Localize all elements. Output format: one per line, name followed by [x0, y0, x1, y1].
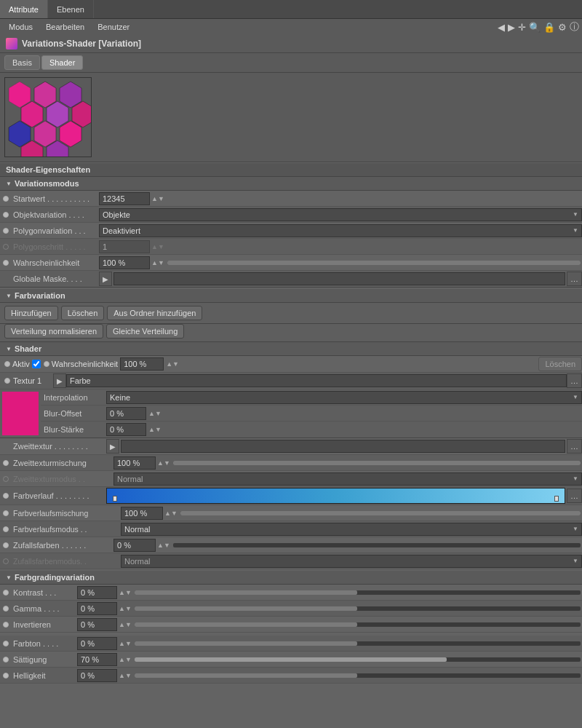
polygonschritt-spinner[interactable]: ▲▼ — [151, 243, 164, 250]
info-icon[interactable]: ⓘ — [570, 20, 579, 33]
slider-helligkeit[interactable] — [135, 673, 581, 678]
radio-farbverlaufsmodus[interactable] — [0, 526, 12, 532]
zufallsfarben-spinner[interactable]: ▲▼ — [157, 542, 170, 549]
zweittextur-arrow-btn[interactable]: ▶ — [106, 439, 119, 454]
dropdown-zufallsfarbenmodus[interactable]: Normal ▼ — [121, 555, 582, 568]
slider-wahrscheinlichkeit[interactable] — [167, 261, 581, 265]
dropdown-interpolation[interactable]: Keine ▼ — [106, 391, 582, 404]
farbverlaufsmischung-spinner[interactable]: ▲▼ — [164, 510, 178, 517]
wahrscheinlichkeit-spinner[interactable]: ▲▼ — [151, 259, 164, 266]
tab-attribute[interactable]: Attribute — [0, 0, 48, 18]
slider-zweittexturmischung[interactable] — [173, 461, 581, 465]
input-saettigung[interactable] — [77, 653, 117, 666]
zweittexturmischung-spinner[interactable]: ▲▼ — [157, 459, 170, 467]
dropdown-objektvariation[interactable]: Objekte ▼ — [99, 208, 582, 221]
globalemaske-dots-btn[interactable]: … — [567, 272, 582, 286]
slider-invertieren[interactable] — [135, 622, 581, 627]
menu-benutzer[interactable]: Benutzer — [92, 21, 135, 33]
startwert-spinner[interactable]: ▲▼ — [151, 195, 164, 202]
input-blur-offset[interactable] — [106, 407, 146, 420]
input-wahrscheinlichkeit[interactable] — [99, 256, 150, 269]
spinner-wahrsch2[interactable]: ▲▼ — [166, 360, 179, 368]
input-polygonschritt[interactable] — [99, 240, 150, 253]
tab-basis[interactable]: Basis — [4, 55, 40, 70]
radio-zufallsfarben[interactable] — [0, 542, 12, 548]
group-farbgradingvariation[interactable]: ▼ Farbgradingvariation — [0, 571, 582, 585]
input-zweittexturmischung[interactable] — [113, 456, 156, 470]
dropdown-farbverlaufsmodus[interactable]: Normal ▼ — [121, 523, 582, 536]
input-blur-staerke[interactable] — [106, 423, 146, 436]
radio-zweittexturmodus[interactable] — [0, 476, 12, 482]
slider-saettigung[interactable] — [135, 657, 581, 662]
lock-icon[interactable]: 🔒 — [543, 22, 555, 33]
checkbox-aktiv[interactable] — [32, 360, 41, 368]
btn-gleiche-verteilung[interactable]: Gleiche Verteilung — [106, 324, 184, 339]
gradient-marker-right[interactable] — [554, 496, 559, 502]
radio-aktiv[interactable] — [4, 361, 10, 367]
saettigung-spinner[interactable]: ▲▼ — [119, 656, 132, 663]
slider-farbverlaufsmischung[interactable] — [180, 511, 581, 515]
zweittextur-field[interactable] — [121, 440, 565, 453]
radio-objektvariation[interactable] — [0, 212, 12, 218]
radio-wahrscheinlichkeit[interactable] — [0, 260, 12, 266]
farbverlauf-dots-btn[interactable]: … — [567, 488, 582, 503]
slider-farbton[interactable] — [135, 641, 581, 646]
slider-kontrast[interactable] — [135, 590, 581, 595]
menu-modus[interactable]: Modus — [3, 21, 39, 33]
input-startwert[interactable] — [99, 192, 150, 205]
globalemaske-field[interactable] — [113, 272, 565, 285]
gear-icon[interactable]: ⚙ — [558, 22, 567, 33]
group-shader[interactable]: ▼ Shader — [0, 342, 582, 356]
invertieren-spinner[interactable]: ▲▼ — [119, 621, 132, 628]
input-farbton[interactable] — [77, 637, 117, 650]
radio-farbverlaufsmischung[interactable] — [0, 510, 12, 516]
radio-textur1[interactable] — [4, 378, 10, 384]
cursor-icon[interactable]: ✛ — [518, 22, 526, 33]
gamma-spinner[interactable]: ▲▼ — [119, 605, 132, 612]
gradient-bar[interactable] — [106, 488, 565, 504]
search-icon[interactable]: 🔍 — [529, 22, 541, 33]
btn-hinzufuegen[interactable]: Hinzufügen — [4, 306, 58, 320]
radio-gamma[interactable] — [0, 606, 12, 612]
btn-loeschen[interactable]: Löschen — [61, 306, 105, 320]
input-invertieren[interactable] — [77, 618, 117, 631]
group-farbvariation[interactable]: ▼ Farbvariation — [0, 289, 582, 303]
group-variationsmodus[interactable]: ▼ Variationsmodus — [0, 177, 582, 191]
radio-polygonvariation[interactable] — [0, 228, 12, 234]
input-kontrast[interactable] — [77, 586, 117, 599]
radio-startwert[interactable] — [0, 196, 12, 202]
textur1-field[interactable]: Farbe — [66, 374, 567, 387]
radio-farbton[interactable] — [0, 641, 12, 646]
tab-shader[interactable]: Shader — [41, 55, 83, 70]
btn-aus-ordner[interactable]: Aus Ordner hinzufügen — [107, 306, 202, 320]
texture-color-swatch[interactable] — [2, 392, 39, 435]
radio-farbverlauf[interactable] — [0, 493, 12, 499]
radio-zufallsfarbenmodus[interactable] — [0, 558, 12, 564]
dropdown-zweittexturmodus[interactable]: Normal ▼ — [113, 472, 582, 486]
radio-saettigung[interactable] — [0, 657, 12, 662]
dropdown-polygonvariation[interactable]: Deaktiviert ▼ — [99, 224, 582, 237]
slider-zufallsfarben[interactable] — [173, 543, 581, 547]
input-gamma[interactable] — [77, 602, 117, 615]
radio-kontrast[interactable] — [0, 590, 12, 596]
input-wahrsch2[interactable] — [120, 357, 164, 371]
btn-verteilung-normalisieren[interactable]: Verteilung normalisieren — [4, 324, 103, 339]
slider-gamma[interactable] — [135, 606, 581, 611]
textur1-dots-btn[interactable]: … — [567, 373, 582, 388]
input-zufallsfarben[interactable] — [113, 539, 156, 552]
arrow-right-icon[interactable]: ▶ — [508, 22, 515, 33]
btn-loeschen-shader[interactable]: Löschen — [538, 357, 582, 371]
radio-wahrsch2[interactable] — [44, 361, 49, 367]
zweittextur-dots-btn[interactable]: … — [567, 439, 582, 454]
menu-bearbeiten[interactable]: Bearbeiten — [40, 21, 90, 33]
kontrast-spinner[interactable]: ▲▼ — [119, 589, 132, 596]
radio-invertieren[interactable] — [0, 622, 12, 628]
input-helligkeit[interactable] — [77, 669, 117, 682]
helligkeit-spinner[interactable]: ▲▼ — [119, 672, 132, 679]
gradient-marker-left[interactable] — [113, 496, 117, 502]
blur-staerke-spinner[interactable]: ▲▼ — [148, 426, 162, 433]
radio-polygonschritt[interactable] — [0, 244, 12, 250]
globalemaske-arrow-btn[interactable]: ▶ — [99, 272, 112, 286]
tab-ebenen[interactable]: Ebenen — [48, 0, 94, 18]
input-farbverlaufsmischung[interactable] — [121, 507, 163, 520]
